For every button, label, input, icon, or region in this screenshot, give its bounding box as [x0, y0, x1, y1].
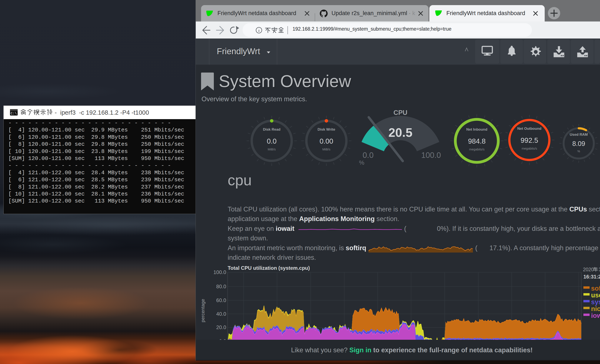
svg-text:0.0: 0.0 — [219, 338, 226, 340]
svg-text:percentage: percentage — [200, 299, 206, 322]
svg-text:3: 3 — [599, 267, 600, 272]
svg-text:60.0: 60.0 — [216, 298, 226, 303]
svg-text:Total CPU utilization (system.: Total CPU utilization (system.cpu) — [228, 265, 310, 271]
svg-text:100.0: 100.0 — [213, 269, 226, 275]
svg-text:user: user — [591, 291, 600, 299]
svg-text:80.0: 80.0 — [216, 284, 226, 289]
svg-text:nice: nice — [591, 305, 600, 313]
svg-text:16:31:2: 16:31:2 — [583, 274, 600, 280]
svg-text:system: system — [591, 298, 600, 306]
svg-text:softirq: softirq — [591, 285, 600, 292]
svg-text:iowait: iowait — [591, 312, 600, 319]
svg-text:2020: 2020 — [583, 267, 594, 272]
svg-text:C:\: C:\ — [11, 112, 17, 115]
svg-text:40.0: 40.0 — [216, 311, 226, 317]
svg-text:20.0: 20.0 — [216, 324, 226, 330]
